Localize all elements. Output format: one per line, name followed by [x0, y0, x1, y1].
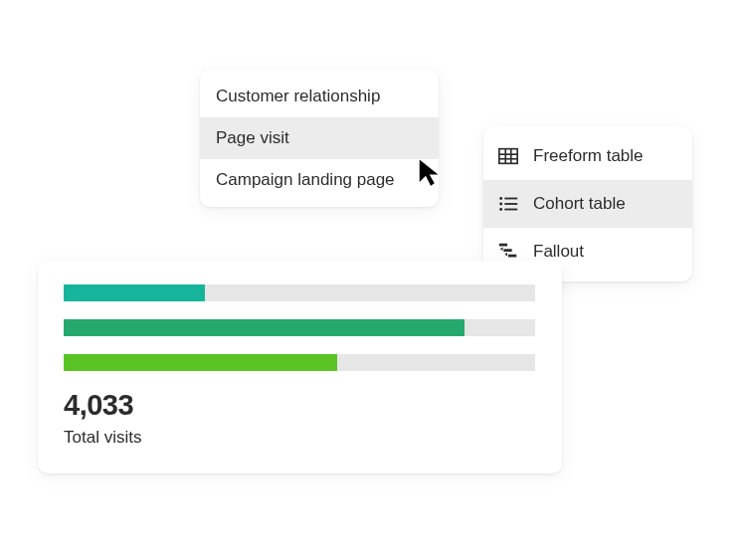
svg-point-6 [499, 203, 502, 206]
segment-menu-item[interactable]: Customer relationship [200, 76, 439, 117]
chart-bar-fill [64, 284, 205, 301]
segment-menu-item[interactable]: Campaign landing page [200, 159, 439, 201]
svg-marker-14 [500, 247, 503, 251]
chart-bar-fill [64, 319, 465, 336]
segment-menu-item-label: Page visit [216, 128, 289, 147]
chart-bar [64, 354, 535, 371]
svg-rect-12 [503, 249, 511, 252]
svg-rect-11 [499, 244, 507, 247]
segment-menu: Customer relationship Page visit Campaig… [200, 70, 439, 207]
svg-rect-9 [504, 203, 517, 205]
svg-rect-0 [499, 149, 517, 164]
svg-point-5 [499, 197, 502, 200]
list-icon [497, 193, 519, 215]
total-visits-card: 4,033 Total visits [38, 261, 562, 473]
segment-menu-item-label: Campaign landing page [216, 170, 395, 189]
segment-menu-item-label: Customer relationship [216, 87, 380, 105]
table-icon [497, 145, 519, 167]
svg-marker-15 [504, 253, 507, 257]
visualization-menu-item-label: Fallout [533, 242, 584, 262]
metric-label: Total visits [64, 428, 536, 448]
metric-value: 4,033 [64, 389, 536, 422]
chart-bar [64, 284, 535, 301]
svg-rect-10 [504, 209, 517, 211]
visualization-menu: Freeform table Cohort table Fallo [483, 126, 692, 281]
visualization-menu-item[interactable]: Cohort table [483, 180, 692, 228]
svg-point-7 [499, 208, 502, 211]
svg-rect-8 [504, 198, 517, 200]
svg-rect-13 [508, 255, 516, 258]
segment-menu-item[interactable]: Page visit [200, 117, 439, 159]
visualization-menu-item[interactable]: Freeform table [483, 132, 692, 180]
chart-bar [64, 319, 535, 336]
visualization-menu-item-label: Freeform table [533, 146, 644, 166]
fallout-icon [497, 241, 519, 263]
visualization-menu-item-label: Cohort table [533, 194, 626, 214]
chart-bar-fill [64, 354, 337, 371]
